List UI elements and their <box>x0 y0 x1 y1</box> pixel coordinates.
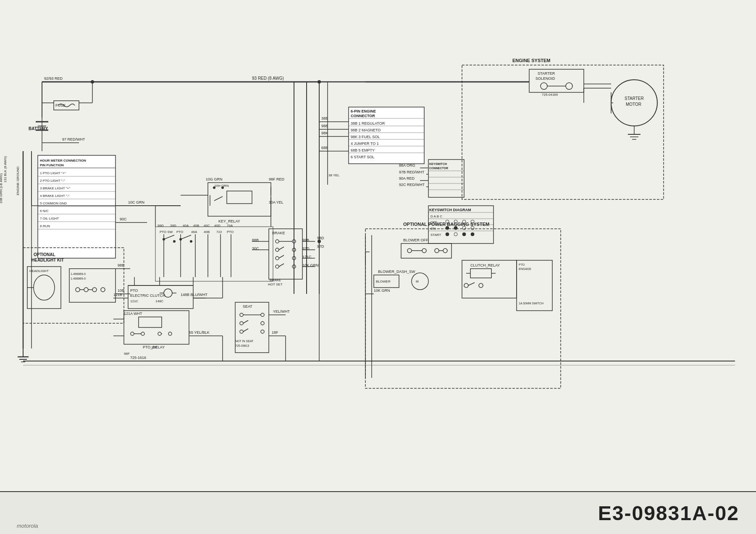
svg-text:KEYSWITCH: KEYSWITCH <box>429 162 447 165</box>
svg-text:HOUR METER CONNECTION: HOUR METER CONNECTION <box>40 159 86 162</box>
svg-text:10K GRN: 10K GRN <box>374 288 390 293</box>
svg-text:98K: 98K <box>321 131 328 135</box>
svg-text:PTO: PTO <box>130 288 138 293</box>
svg-text:PTO SW: PTO SW <box>160 230 173 234</box>
svg-point-98 <box>179 238 182 241</box>
svg-text:ENGAGE: ENGAGE <box>519 267 531 270</box>
svg-text:BLOWER OFF: BLOWER OFF <box>403 238 428 242</box>
svg-text:40C: 40C <box>204 224 210 228</box>
svg-text:8    RUN: 8 RUN <box>40 224 50 228</box>
svg-point-94 <box>173 240 176 243</box>
svg-text:CONNECTOR: CONNECTOR <box>351 114 375 118</box>
svg-text:KEYSWITCH DIAGRAM: KEYSWITCH DIAGRAM <box>429 208 471 212</box>
svg-text:KEY_RELAY: KEY_RELAY <box>218 219 240 223</box>
part-number: E3-09831A-02 <box>598 502 739 525</box>
svg-text:40B: 40B <box>204 230 210 234</box>
svg-text:BLOWER_DASH_SW: BLOWER_DASH_SW <box>378 270 415 274</box>
svg-text:46A: 46A <box>191 230 197 234</box>
svg-text:90C: 90C <box>120 217 127 221</box>
svg-point-194 <box>462 233 466 236</box>
svg-text:98F RED: 98F RED <box>269 177 285 181</box>
svg-text:88A ORG: 88A ORG <box>399 163 415 168</box>
svg-text:68B: 68B <box>321 146 328 150</box>
svg-text:40B: 40B <box>193 224 199 228</box>
wiring-diagram-svg: ENGINE SYSTEM STARTER SOLENOID 725-04169… <box>0 0 756 491</box>
svg-text:1-498869-0: 1-498869-0 <box>71 277 86 280</box>
svg-text:38B  1  REGULATOR: 38B 1 REGULATOR <box>351 121 385 126</box>
svg-text:BRAKE: BRAKE <box>272 231 285 235</box>
main-container: 5 ENGINE SYSTEM STARTER SOLENOID 725-041… <box>0 0 756 534</box>
svg-point-99 <box>190 240 192 243</box>
svg-text:10B GRN (LB AWG): 10B GRN (LB AWG) <box>0 173 3 204</box>
svg-text:2    PTO LIGHT "-": 2 PTO LIGHT "-" <box>40 179 65 183</box>
svg-text:148B BLU/WHT: 148B BLU/WHT <box>181 293 208 297</box>
svg-text:OPTIONAL: OPTIONAL <box>34 252 55 257</box>
svg-text:PTO: PTO <box>519 263 525 266</box>
svg-text:121A WHT: 121A WHT <box>124 312 142 316</box>
svg-text:725-09813: 725-09813 <box>235 344 249 347</box>
svg-text:121B: 121B <box>113 293 122 297</box>
svg-point-192 <box>446 233 449 236</box>
svg-text:38 YEL: 38 YEL <box>328 173 340 177</box>
svg-text:1-498869-0: 1-498869-0 <box>71 272 86 275</box>
svg-text:92C RED/WHT: 92C RED/WHT <box>399 183 425 187</box>
svg-text:10B: 10B <box>118 288 124 293</box>
svg-text:92/93 RED: 92/93 RED <box>44 76 63 81</box>
svg-text:97 RED/WHT: 97 RED/WHT <box>62 137 85 141</box>
svg-text:CLUTCH_RELAY: CLUTCH_RELAY <box>470 263 500 267</box>
svg-point-318 <box>91 80 94 84</box>
svg-text:7    OIL LIGHT: 7 OIL LIGHT <box>40 217 59 220</box>
svg-text:5    COMMON GND: 5 COMMON GND <box>40 202 67 205</box>
svg-text:38B: 38B <box>321 116 328 120</box>
svg-text:722: 722 <box>216 230 222 234</box>
svg-text:725-04169: 725-04169 <box>542 93 558 97</box>
svg-text:10C GRN: 10C GRN <box>128 200 144 204</box>
svg-text:ENGINE GROUND: ENGINE GROUND <box>16 166 20 195</box>
svg-text:6    N/C: 6 N/C <box>40 209 49 213</box>
svg-text:98F: 98F <box>124 352 130 356</box>
svg-text:4  JUMPER TO 1: 4 JUMPER TO 1 <box>351 141 379 146</box>
svg-text:10G GRN: 10G GRN <box>206 177 223 181</box>
svg-text:BLOWER: BLOWER <box>376 280 391 283</box>
svg-text:MOTOR: MOTOR <box>626 102 641 107</box>
svg-text:68B  5  EMPTY: 68B 5 EMPTY <box>351 148 375 152</box>
svg-text:55 YEL/BLK: 55 YEL/BLK <box>189 330 210 335</box>
svg-text:1A 30MM SWITCH: 1A 30MM SWITCH <box>519 302 543 305</box>
svg-text:SEAT: SEAT <box>243 304 252 309</box>
svg-text:148C: 148C <box>155 299 163 303</box>
svg-text:40A: 40A <box>183 224 189 228</box>
svg-text:HOT SET: HOT SET <box>268 283 283 286</box>
svg-text:ELECTRIC CLUTCH: ELECTRIC CLUTCH <box>130 293 165 298</box>
svg-point-195 <box>471 233 474 236</box>
svg-text:10H GRN: 10H GRN <box>214 184 229 188</box>
svg-text:3    BRAKE LIGHT "+": 3 BRAKE LIGHT "+" <box>40 186 70 190</box>
svg-text:PTO: PTO <box>227 230 234 234</box>
svg-rect-45 <box>38 155 116 258</box>
svg-point-187 <box>454 226 457 230</box>
svg-point-93 <box>163 238 165 241</box>
svg-text:18F: 18F <box>272 330 278 335</box>
svg-text:OPTIONAL POWER BAGGING SYSTEM: OPTIONAL POWER BAGGING SYSTEM <box>403 222 489 227</box>
svg-text:STARTER: STARTER <box>538 71 555 76</box>
svg-text:98B: 98B <box>321 124 328 128</box>
svg-text:98E: 98E <box>118 263 124 267</box>
svg-text:STARTER: STARTER <box>625 96 644 101</box>
svg-text:725-1616: 725-1616 <box>130 356 146 360</box>
svg-text:99D: 99D <box>158 224 164 228</box>
svg-text:SOLENOID: SOLENOID <box>536 76 555 81</box>
footer-bar: motorola E3-09831A-02 <box>0 491 756 534</box>
svg-text:98K  3  FUEL SOL: 98K 3 FUEL SOL <box>351 135 380 139</box>
svg-text:121C: 121C <box>130 299 138 303</box>
svg-text:40D: 40D <box>214 224 220 228</box>
svg-text:98D: 98D <box>317 236 324 240</box>
svg-text:90A RED: 90A RED <box>399 176 415 181</box>
svg-text:ENGINE SYSTEM: ENGINE SYSTEM <box>512 58 550 63</box>
svg-text:M: M <box>416 280 419 283</box>
svg-text:1    PTO LIGHT "+": 1 PTO LIGHT "+" <box>40 171 66 175</box>
svg-text:BRAKE: BRAKE <box>270 278 281 282</box>
svg-text:PTO: PTO <box>176 230 183 234</box>
svg-text:98B  2  MAGNETO: 98B 2 MAGNETO <box>351 128 381 132</box>
svg-text:6  START SOL: 6 START SOL <box>351 155 375 159</box>
diagram-area: 5 ENGINE SYSTEM STARTER SOLENOID 725-041… <box>0 0 756 491</box>
svg-text:YEL/WHT: YEL/WHT <box>273 309 290 314</box>
